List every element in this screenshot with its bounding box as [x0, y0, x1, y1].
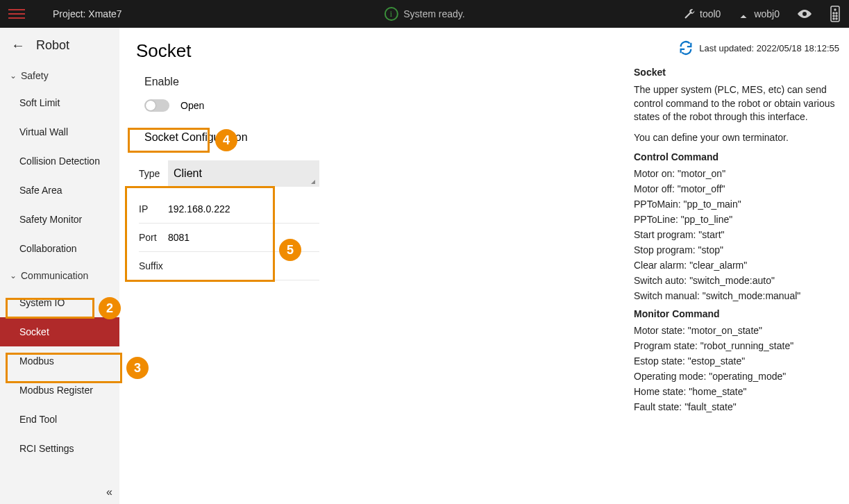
monitor-cmd: Motor state: "motor_on_state"	[634, 325, 839, 336]
monitor-cmd: Estop state: "estop_state"	[634, 355, 839, 367]
ip-input[interactable]	[168, 203, 279, 215]
svg-point-4	[833, 15, 834, 17]
control-cmd: PPToLine: "pp_to_line"	[634, 214, 839, 225]
sidebar-item-soft-limit[interactable]: Soft Limit	[0, 88, 119, 117]
info-icon: i	[384, 7, 398, 21]
sidebar-item-end-tool[interactable]: End Tool	[0, 405, 119, 434]
suffix-input[interactable]	[168, 260, 279, 271]
control-cmd: Motor off: "motor_off"	[634, 183, 839, 194]
sidebar-item-collaboration[interactable]: Collaboration	[0, 234, 119, 263]
back-arrow-icon[interactable]: ←	[11, 37, 25, 53]
sidebar-item-modbus-register[interactable]: Modbus Register	[0, 376, 119, 405]
cfg-row-type: Type Client	[139, 152, 319, 195]
enable-toggle-row: Open	[144, 99, 610, 112]
pendant-button[interactable]	[830, 6, 841, 22]
svg-point-7	[836, 18, 837, 19]
sidebar-header: ← Robot	[0, 28, 119, 63]
sidebar: ← Robot ⌄ Safety Soft Limit Virtual Wall…	[0, 28, 119, 504]
sidebar-item-virtual-wall[interactable]: Virtual Wall	[0, 117, 119, 146]
group-safety-label: Safety	[21, 70, 49, 81]
type-label: Type	[139, 168, 168, 179]
wobj-icon	[737, 8, 750, 20]
eye-icon	[796, 8, 813, 20]
sidebar-item-collision-detection[interactable]: Collision Detection	[0, 146, 119, 176]
wrench-icon	[683, 8, 696, 20]
sidebar-item-safe-area[interactable]: Safe Area	[0, 176, 119, 205]
control-command-title: Control Command	[634, 151, 839, 162]
annotation-num-4: 4	[215, 129, 237, 151]
group-communication[interactable]: ⌄ Communication	[0, 263, 119, 288]
config-section-title: Socket Configuration	[144, 131, 610, 144]
type-value: Client	[174, 167, 202, 179]
svg-point-1	[834, 9, 836, 10]
control-cmd: Clear alarm: "clear_alarm"	[634, 260, 839, 271]
monitor-cmd: Fault state: "fault_state"	[634, 401, 839, 412]
chevron-down-icon: ⌄	[10, 271, 17, 280]
cfg-row-ip: IP	[139, 195, 319, 224]
enable-toggle[interactable]	[144, 99, 169, 112]
suffix-label: Suffix	[139, 260, 168, 271]
help-panel: Last updated: 2022/05/18 18:12:55 Socket…	[627, 28, 849, 504]
page-title: Socket	[136, 40, 610, 62]
tool-selector[interactable]: tool0	[683, 8, 721, 20]
monitor-cmd: Home state: "home_state"	[634, 386, 839, 397]
sidebar-title: Robot	[36, 38, 69, 53]
control-cmd: PPToMain: "pp_to_main"	[634, 199, 839, 210]
sidebar-item-modbus[interactable]: Modbus	[0, 346, 119, 376]
group-communication-label: Communication	[21, 270, 88, 281]
control-cmd: Stop program: "stop"	[634, 244, 839, 255]
annotation-num-3: 3	[126, 357, 149, 379]
pendant-icon	[830, 6, 841, 22]
main-content: Socket Enable Open Socket Configuration …	[119, 28, 627, 504]
control-cmd: Motor on: "motor_on"	[634, 168, 839, 179]
help-intro-2: You can define your own terminator.	[634, 131, 839, 145]
svg-point-6	[833, 18, 834, 19]
type-select[interactable]: Client	[168, 160, 319, 187]
port-input[interactable]	[168, 232, 279, 243]
svg-point-3	[836, 12, 837, 14]
annotation-num-2: 2	[99, 297, 121, 319]
sidebar-item-safety-monitor[interactable]: Safety Monitor	[0, 205, 119, 234]
last-updated: Last updated: 2022/05/18 18:12:55	[699, 43, 839, 53]
sidebar-item-socket[interactable]: Socket	[0, 317, 119, 346]
chevron-down-icon: ⌄	[10, 71, 17, 81]
help-title: Socket	[634, 67, 839, 78]
svg-point-2	[833, 12, 834, 14]
annotation-num-5: 5	[279, 239, 301, 261]
ip-label: IP	[139, 203, 168, 215]
project-label: Project: Xmate7	[53, 8, 122, 19]
monitor-cmd: Operating mode: "operating_mode"	[634, 371, 839, 382]
enable-section-title: Enable	[144, 76, 610, 88]
collapse-sidebar-icon[interactable]: «	[106, 486, 112, 498]
svg-point-5	[836, 15, 837, 17]
toggle-label: Open	[180, 100, 204, 111]
wobj-selector[interactable]: wobj0	[737, 8, 780, 20]
topbar: Project: Xmate7 i System ready. tool0 wo…	[0, 0, 849, 28]
top-actions: tool0 wobj0	[683, 6, 841, 22]
sidebar-item-rci-settings[interactable]: RCI Settings	[0, 434, 119, 463]
tool-label: tool0	[700, 8, 721, 19]
help-intro-1: The upper system (PLC, MES, etc) can sen…	[634, 83, 839, 124]
group-safety[interactable]: ⌄ Safety	[0, 63, 119, 88]
port-label: Port	[139, 232, 168, 243]
system-status: i System ready.	[384, 7, 464, 21]
monitor-cmd: Program state: "robot_running_state"	[634, 340, 839, 351]
visibility-button[interactable]	[796, 8, 813, 20]
refresh-icon	[678, 40, 694, 56]
control-cmd: Switch manual: "switch_mode:manual"	[634, 290, 839, 301]
wobj-label: wobj0	[754, 8, 780, 19]
control-cmd: Start program: "start"	[634, 229, 839, 240]
refresh-button[interactable]	[678, 40, 694, 56]
control-cmd: Switch auto: "switch_mode:auto"	[634, 275, 839, 286]
monitor-command-title: Monitor Command	[634, 308, 839, 319]
status-text: System ready.	[403, 8, 464, 19]
hamburger-menu-icon[interactable]	[8, 6, 25, 22]
